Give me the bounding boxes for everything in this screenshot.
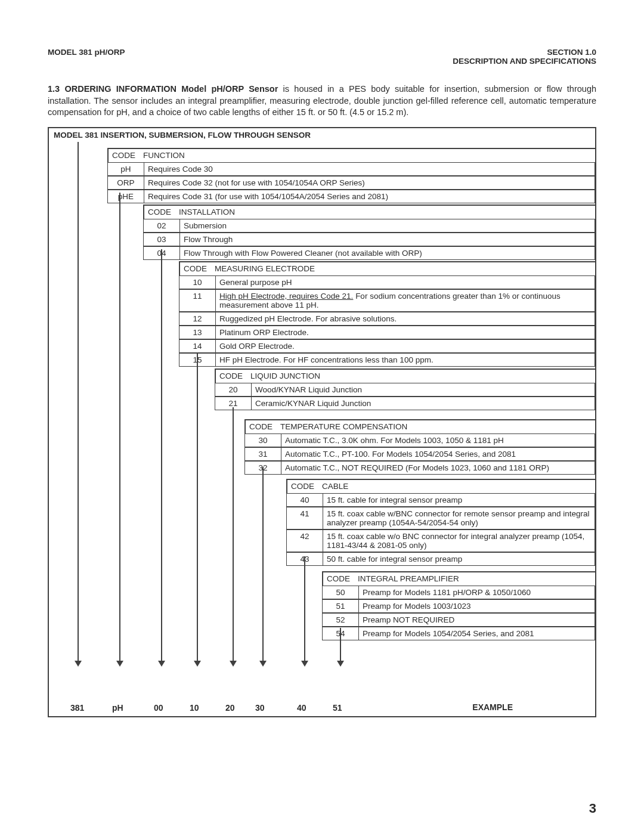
code-row: 20Wood/KYNAR Liquid Junction bbox=[215, 383, 595, 397]
stem-line bbox=[197, 354, 198, 661]
row-desc: Preamp for Models 1054/2054 Series, and … bbox=[358, 627, 595, 640]
row-desc: Wood/KYNAR Liquid Junction bbox=[251, 383, 595, 396]
example-label: EXAMPLE bbox=[472, 702, 513, 712]
row-code: 10 bbox=[179, 276, 215, 289]
code-group-3: CODELIQUID JUNCTION20Wood/KYNAR Liquid J… bbox=[215, 368, 596, 410]
code-row: 4350 ft. cable for integral sensor pream… bbox=[286, 552, 595, 566]
code-row: 4215 ft. coax cable w/o BNC connector fo… bbox=[286, 529, 595, 552]
row-code: 02 bbox=[144, 219, 179, 232]
header-left: MODEL 381 pH/ORP bbox=[48, 48, 125, 66]
row-desc: 50 ft. cable for integral sensor preamp bbox=[323, 553, 595, 565]
header-code: CODE bbox=[184, 264, 215, 273]
arrow-down-icon bbox=[337, 661, 344, 667]
example-code: 00 bbox=[154, 703, 163, 713]
stem-line bbox=[78, 142, 79, 661]
header-code: CODE bbox=[148, 208, 179, 216]
row-code: 30 bbox=[245, 434, 281, 447]
row-desc: Requires Code 30 bbox=[144, 163, 595, 175]
row-desc: Automatic T.C., 3.0K ohm. For Models 100… bbox=[281, 434, 595, 447]
code-row: 32Automatic T.C., NOT REQUIRED (For Mode… bbox=[244, 461, 595, 475]
code-row: 15HF pH Electrode. For HF concentrations… bbox=[179, 353, 595, 367]
code-group-1: CODEINSTALLATION02Submersion03Flow Throu… bbox=[143, 205, 596, 260]
header-label: CABLE bbox=[322, 482, 348, 491]
stem-line bbox=[262, 467, 264, 661]
row-desc: Preamp NOT REQUIRED bbox=[358, 614, 595, 626]
code-group-6: CODEINTEGRAL PREAMPLIFIER50Preamp for Mo… bbox=[322, 571, 596, 640]
code-row: 31Automatic T.C., PT-100. For Models 105… bbox=[244, 447, 595, 461]
example-code: 20 bbox=[225, 703, 235, 713]
code-row: 02Submersion bbox=[143, 219, 595, 233]
header-code: CODE bbox=[249, 422, 280, 431]
example-code: 10 bbox=[190, 703, 199, 713]
row-desc: High pH Electrode, requires Code 21. For… bbox=[215, 290, 595, 311]
code-row: 51Preamp for Models 1003/1023 bbox=[322, 599, 595, 613]
row-desc: 15 ft. coax cable w/o BNC connector for … bbox=[323, 530, 595, 552]
code-row: 12Ruggedized pH Electrode. For abrasive … bbox=[179, 312, 595, 326]
code-row: 10General purpose pH bbox=[179, 275, 595, 289]
row-desc: 15 ft. coax cable w/BNC connector for re… bbox=[323, 507, 595, 529]
row-code: 51 bbox=[323, 600, 358, 612]
row-desc: Ruggedized pH Electrode. For abrasive so… bbox=[215, 312, 595, 325]
example-code: 30 bbox=[255, 703, 265, 713]
code-row: 50Preamp for Models 1181 pH/ORP & 1050/1… bbox=[322, 586, 595, 599]
diagram-title-frame: MODEL 381 INSERTION, SUBMERSION, FLOW TH… bbox=[48, 127, 596, 143]
row-code: 50 bbox=[323, 586, 358, 599]
code-row: 13Platinum ORP Electrode. bbox=[179, 326, 595, 339]
stem-line bbox=[304, 556, 305, 661]
intro-lead: 1.3 ORDERING INFORMATION Model pH/ORP Se… bbox=[48, 84, 278, 94]
row-desc: Flow Through bbox=[179, 233, 595, 246]
row-code: 40 bbox=[287, 494, 323, 506]
group-header: CODEMEASURING ELECTRODE bbox=[180, 262, 595, 275]
header-section: SECTION 1.0 bbox=[453, 48, 596, 57]
stem-line bbox=[161, 249, 162, 661]
arrow-down-icon bbox=[301, 661, 308, 667]
stem-line bbox=[119, 193, 120, 661]
code-group-5: CODECABLE4015 ft. cable for integral sen… bbox=[286, 479, 596, 566]
row-code: 03 bbox=[144, 233, 179, 246]
stem-line bbox=[340, 628, 341, 661]
group-header: CODETEMPERATURE COMPENSATION bbox=[246, 420, 595, 433]
header-label: FUNCTION bbox=[143, 151, 185, 160]
header-subtitle: DESCRIPTION AND SPECIFICATIONS bbox=[453, 57, 596, 66]
arrow-down-icon bbox=[158, 661, 165, 667]
row-desc: HF pH Electrode. For HF concentrations l… bbox=[215, 354, 595, 366]
code-row: 04Flow Through with Flow Powered Cleaner… bbox=[143, 246, 595, 260]
header-label: LIQUID JUNCTION bbox=[250, 371, 320, 380]
row-desc: Flow Through with Flow Powered Cleaner (… bbox=[179, 247, 595, 259]
row-desc: 15 ft. cable for integral sensor preamp bbox=[323, 494, 595, 506]
code-group-4: CODETEMPERATURE COMPENSATION30Automatic … bbox=[244, 419, 596, 475]
row-desc: Platinum ORP Electrode. bbox=[215, 326, 595, 339]
row-desc: Preamp for Models 1003/1023 bbox=[358, 600, 595, 612]
arrow-down-icon bbox=[194, 661, 201, 667]
header-label: MEASURING ELECTRODE bbox=[215, 264, 315, 273]
row-code: 20 bbox=[215, 383, 251, 396]
row-code: pHE bbox=[108, 190, 144, 203]
page-number: 3 bbox=[589, 801, 596, 816]
arrow-down-icon bbox=[75, 661, 82, 667]
row-code: pH bbox=[108, 163, 144, 175]
example-code: 40 bbox=[297, 703, 306, 713]
arrow-down-icon bbox=[230, 661, 237, 667]
code-row: pHERequires Code 31 (for use with 1054/1… bbox=[107, 190, 595, 203]
row-code: ORP bbox=[108, 176, 144, 189]
row-code: 42 bbox=[287, 530, 323, 552]
row-code: 52 bbox=[323, 614, 358, 626]
header-right: SECTION 1.0 DESCRIPTION AND SPECIFICATIO… bbox=[453, 48, 596, 66]
code-group-0: CODEFUNCTIONpHRequires Code 30ORPRequire… bbox=[107, 148, 596, 203]
row-code: 14 bbox=[179, 340, 215, 352]
row-code: 41 bbox=[287, 507, 323, 529]
group-header: CODELIQUID JUNCTION bbox=[216, 370, 595, 382]
group-header: CODECABLE bbox=[287, 480, 595, 493]
header-label: INSTALLATION bbox=[179, 208, 235, 216]
example-row: EXAMPLE 381pH001020304051 bbox=[48, 698, 596, 716]
header-code: CODE bbox=[219, 371, 250, 380]
example-code: 381 bbox=[70, 703, 84, 713]
row-code: 11 bbox=[179, 290, 215, 311]
code-row: 03Flow Through bbox=[143, 233, 595, 246]
example-code: 51 bbox=[333, 703, 342, 713]
code-row: 11High pH Electrode, requires Code 21. F… bbox=[179, 289, 595, 312]
header-code: CODE bbox=[112, 151, 143, 160]
code-group-2: CODEMEASURING ELECTRODE10General purpose… bbox=[179, 261, 596, 367]
code-row: 4015 ft. cable for integral sensor pream… bbox=[286, 493, 595, 507]
group-header: CODEINSTALLATION bbox=[144, 206, 595, 218]
